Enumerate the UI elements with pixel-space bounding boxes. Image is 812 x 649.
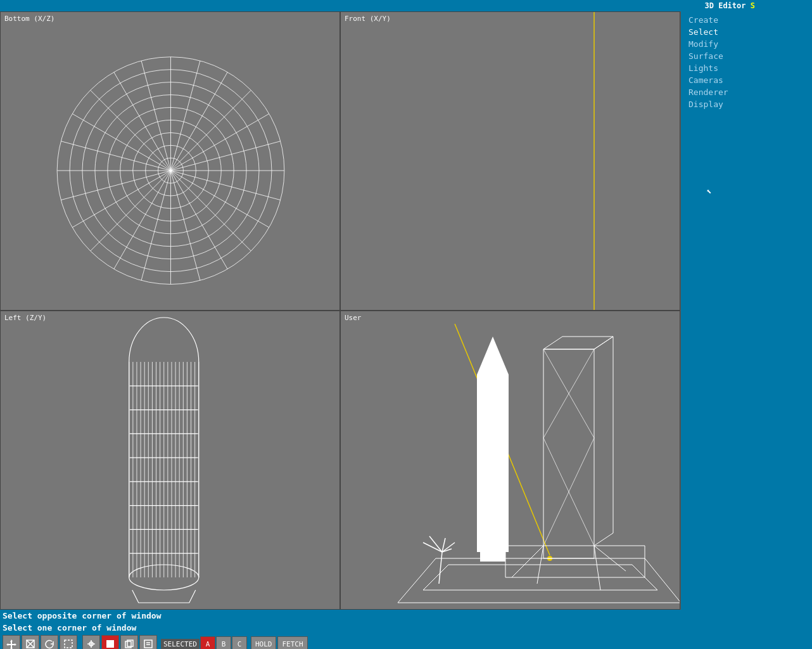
svg-rect-7 <box>106 640 114 648</box>
svg-rect-10 <box>144 640 152 648</box>
sidebar-item-cameras[interactable]: Cameras <box>681 74 812 86</box>
hold-button[interactable]: HOLD <box>251 636 277 649</box>
main-area: Bottom (X/Z) Front (X/Y) Left (Z/Y) User… <box>0 11 812 610</box>
cursor-arrow: ⬉ <box>706 186 711 196</box>
scale-icon-btn[interactable] <box>22 635 39 649</box>
sidebar-item-display[interactable]: Display <box>681 98 812 110</box>
viewport-front[interactable]: Front (X/Y) <box>340 11 680 311</box>
tab-b-btn[interactable]: B <box>216 636 231 649</box>
sidebar: Create Select Modify Surface Lights Came… <box>681 11 812 610</box>
svg-rect-3 <box>65 640 72 648</box>
fetch-button[interactable]: FETCH <box>277 636 307 649</box>
viewport-bottom-label: Bottom (X/Z) <box>4 15 54 23</box>
copy-icon-btn[interactable] <box>120 635 138 649</box>
rotate-icon-btn[interactable] <box>41 635 58 649</box>
tab-a-btn[interactable]: A <box>200 636 215 649</box>
paste-icon-btn[interactable] <box>139 635 157 649</box>
viewport-bottom[interactable]: Bottom (X/Z) <box>0 11 340 311</box>
viewport-front-label: Front (X/Y) <box>345 15 391 23</box>
status-line2: Select one corner of window <box>0 622 812 634</box>
viewports-grid: Bottom (X/Z) Front (X/Y) Left (Z/Y) User <box>0 11 681 610</box>
select-region-icon-btn[interactable] <box>60 635 77 649</box>
viewport-left[interactable]: Left (Z/Y) <box>0 311 340 610</box>
selected-group: SELECTED A B C <box>161 636 247 649</box>
tab-c-btn[interactable]: C <box>232 636 247 649</box>
bottom-controls: SELECTED A B C HOLD FETCH <box>0 634 812 649</box>
hold-fetch-group: HOLD FETCH <box>251 636 308 649</box>
move-icon-btn[interactable] <box>3 635 20 649</box>
sidebar-item-create[interactable]: Create <box>681 14 812 26</box>
status-line1: Select opposite corner of window <box>0 610 812 622</box>
delete-icon-btn[interactable] <box>101 635 119 649</box>
sidebar-item-modify[interactable]: Modify <box>681 38 812 50</box>
viewport-user-label: User <box>345 314 362 322</box>
sidebar-item-select[interactable]: Select <box>681 26 812 38</box>
viewport-left-label: Left (Z/Y) <box>4 314 46 322</box>
sidebar-item-surface[interactable]: Surface <box>681 50 812 62</box>
viewport-user[interactable]: User <box>340 311 680 610</box>
sidebar-item-renderer[interactable]: Renderer <box>681 86 812 98</box>
sidebar-item-lights[interactable]: Lights <box>681 62 812 74</box>
header: 3D Editor S <box>0 0 812 11</box>
bottom-bar: Select opposite corner of window Select … <box>0 610 812 649</box>
app-title: 3D Editor S <box>705 1 756 10</box>
selected-label: SELECTED <box>161 639 200 650</box>
snap-icon-btn[interactable] <box>82 635 100 649</box>
